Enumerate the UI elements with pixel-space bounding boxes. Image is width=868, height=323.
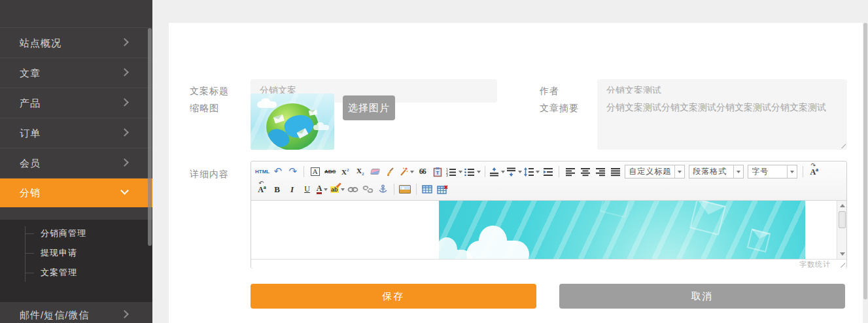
cloud-shape xyxy=(313,125,329,130)
thumbnail-label: 缩略图 xyxy=(190,103,219,114)
sidebar-subitem-distributor-management[interactable]: 分销商管理 xyxy=(0,224,152,243)
summary-label: 文章摘要 xyxy=(540,103,579,114)
sidebar-subitem-copy-management[interactable]: 文案管理 xyxy=(0,263,152,282)
line-height-icon[interactable] xyxy=(523,165,540,178)
blockquote-icon[interactable]: 66 xyxy=(415,165,429,178)
paragraph-space-bottom-icon[interactable] xyxy=(506,165,522,178)
subscript-icon[interactable]: X2 xyxy=(353,165,367,178)
unlink-icon[interactable] xyxy=(361,182,375,196)
anchor-icon[interactable] xyxy=(376,182,390,196)
font-border-icon[interactable]: A xyxy=(308,165,322,178)
align-left-icon[interactable] xyxy=(563,165,577,178)
highlight-color-icon[interactable]: ab xyxy=(330,182,345,196)
scroll-down-arrow-icon[interactable] xyxy=(837,250,846,259)
sidebar-item-label: 订单 xyxy=(20,128,41,139)
paragraph-format-select[interactable]: 段落格式 xyxy=(689,165,744,178)
dropdown-caret-icon xyxy=(459,171,462,175)
toolbar-separator xyxy=(559,166,559,177)
rich-text-editor: HTML↶↷AABCX2X266T123自定义标题段落格式字号↷Aa ↶AaBI… xyxy=(251,161,847,269)
sidebar-subitem-withdrawal-application[interactable]: 提现申请 xyxy=(0,243,152,263)
editor-content-area[interactable] xyxy=(251,201,846,259)
format-brush-icon[interactable] xyxy=(383,165,397,178)
cloud-shape xyxy=(439,250,473,259)
cancel-button[interactable]: 取消 xyxy=(559,284,845,309)
summary-text: 分销文案测试分销文案测试分销文案测试分销文案测试 xyxy=(606,102,826,112)
sidebar-item-label: 邮件/短信/微信 xyxy=(20,309,89,320)
html-source-icon[interactable]: HTML xyxy=(255,165,269,178)
content-banner-image[interactable] xyxy=(439,201,805,259)
copy-edit-form-card: 文案标题 作者 缩略图 选择图片 文章摘要 分销文案测试分销文案测试分销文案测试… xyxy=(169,23,863,323)
paragraph-space-top-icon[interactable] xyxy=(489,165,505,178)
sidebar: 站点概况文章产品订单会员分销分销商管理提现申请文案管理邮件/短信/微信 xyxy=(0,0,152,323)
editor-statusbar: 字数统计 xyxy=(251,259,846,269)
delete-table-icon[interactable] xyxy=(436,182,449,196)
toolbar-separator xyxy=(803,166,803,177)
letter-case-alt-icon[interactable]: ↶Aa xyxy=(255,182,269,196)
unordered-list-icon[interactable] xyxy=(464,165,481,178)
chevron-right-icon xyxy=(120,158,129,167)
superscript-icon[interactable]: X2 xyxy=(338,165,352,178)
sidebar-item-label: 分销 xyxy=(20,187,41,198)
align-justify-icon[interactable] xyxy=(608,165,622,178)
chevron-right-icon xyxy=(120,128,129,137)
chevron-right-icon xyxy=(120,98,129,107)
sidebar-menu: 站点概况文章产品订单会员分销分销商管理提现申请文案管理邮件/短信/微信 xyxy=(0,28,152,323)
dropdown-caret-icon xyxy=(477,171,481,175)
sidebar-item-label: 产品 xyxy=(20,97,41,109)
resize-grip-icon[interactable] xyxy=(839,142,846,148)
sidebar-item-label: 站点概况 xyxy=(20,37,61,48)
sidebar-item-articles[interactable]: 文章 xyxy=(0,58,152,88)
dropdown-caret-icon xyxy=(674,165,684,178)
letter-case-icon[interactable]: ↷Aa xyxy=(807,165,821,178)
strikethrough-icon[interactable]: ABC xyxy=(323,165,337,178)
undo-icon[interactable]: ↶ xyxy=(271,165,285,178)
chevron-right-icon xyxy=(120,68,129,76)
editor-toolbar: HTML↶↷AABCX2X266T123自定义标题段落格式字号↷Aa ↶AaBI… xyxy=(251,162,846,201)
content-label: 详细内容 xyxy=(190,169,229,180)
ordered-list-icon[interactable]: 123 xyxy=(445,165,462,178)
cloud-shape xyxy=(257,101,277,108)
choose-image-button[interactable]: 选择图片 xyxy=(343,95,395,120)
custom-heading-select[interactable]: 自定义标题 xyxy=(625,165,685,178)
save-button[interactable]: 保存 xyxy=(251,284,536,309)
dropdown-caret-icon xyxy=(733,165,743,178)
page-scrollbar-thumb[interactable] xyxy=(863,23,867,299)
sidebar-item-orders[interactable]: 订单 xyxy=(0,118,152,148)
paste-plain-icon[interactable]: T xyxy=(430,165,444,178)
sidebar-item-site-overview[interactable]: 站点概况 xyxy=(0,28,152,58)
sidebar-item-mail-sms-wechat[interactable]: 邮件/短信/微信 xyxy=(0,302,152,323)
sidebar-item-members[interactable]: 会员 xyxy=(0,148,152,178)
cloud-shape xyxy=(466,241,529,259)
sidebar-item-distribution[interactable]: 分销 xyxy=(0,178,152,207)
author-label: 作者 xyxy=(540,86,559,97)
sidebar-item-label: 文章 xyxy=(20,67,41,78)
insert-table-icon[interactable] xyxy=(421,182,434,196)
sidebar-submenu-distribution: 分销商管理提现申请文案管理 xyxy=(0,220,152,302)
editor-vertical-scrollbar[interactable] xyxy=(837,201,846,259)
summary-textarea[interactable]: 分销文案测试分销文案测试分销文案测试分销文案测试 xyxy=(597,94,847,150)
bold-icon[interactable]: B xyxy=(270,182,284,196)
page-scrollbar[interactable] xyxy=(863,23,868,323)
editor-scrollbar-thumb[interactable] xyxy=(839,211,846,228)
toolbar-row-1: HTML↶↷AABCX2X266T123自定义标题段落格式字号↷Aa xyxy=(254,163,843,180)
font-color-icon[interactable]: A xyxy=(315,182,329,196)
indent-icon[interactable] xyxy=(541,165,555,178)
sidebar-item-products[interactable]: 产品 xyxy=(0,88,152,118)
scroll-up-arrow-icon[interactable] xyxy=(837,201,846,210)
sidebar-scrollbar-thumb[interactable] xyxy=(148,28,152,246)
toolbar-separator xyxy=(416,184,417,195)
redo-icon[interactable]: ↷ xyxy=(286,165,300,178)
font-size-select[interactable]: 字号 xyxy=(748,165,797,178)
insert-image-icon[interactable] xyxy=(398,182,412,196)
toolbar-separator xyxy=(304,166,304,177)
align-right-icon[interactable] xyxy=(593,165,607,178)
sidebar-header xyxy=(0,0,152,28)
main-area: 文案标题 作者 缩略图 选择图片 文章摘要 分销文案测试分销文案测试分销文案测试… xyxy=(152,0,868,323)
underline-icon[interactable]: U xyxy=(300,182,314,196)
insert-link-icon[interactable] xyxy=(346,182,360,196)
editor-resize-grip-icon[interactable] xyxy=(839,261,845,267)
eraser-icon[interactable] xyxy=(368,165,382,178)
align-center-icon[interactable] xyxy=(578,165,592,178)
autotypeset-icon[interactable] xyxy=(398,165,414,178)
italic-icon[interactable]: I xyxy=(285,182,299,196)
